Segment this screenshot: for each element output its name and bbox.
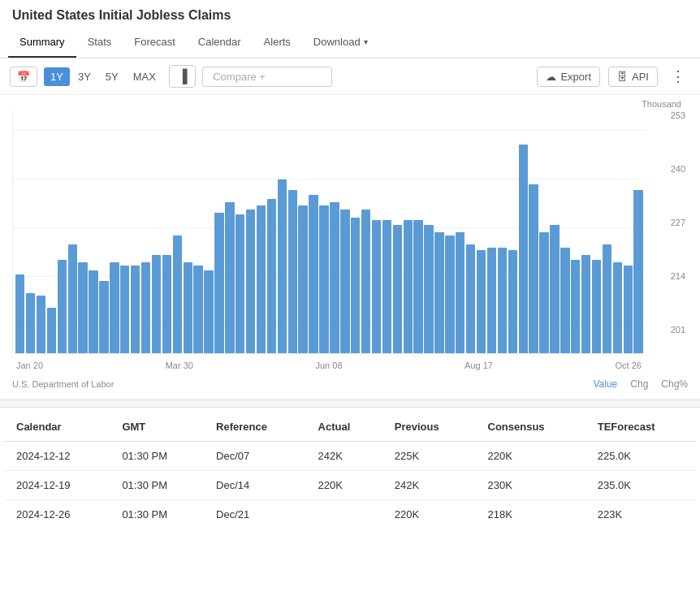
cell-teforecast: 235.0K	[585, 471, 696, 500]
tabs-bar: Summary Stats Forecast Calendar Alerts D…	[0, 28, 700, 58]
toolbar: 📅 1Y 3Y 5Y MAX ▐ Compare + ☁ Export 🗄 AP…	[0, 58, 700, 95]
value-toggle-chg[interactable]: Chg	[630, 378, 648, 390]
bar	[141, 262, 150, 353]
bar	[445, 235, 454, 353]
bar	[184, 262, 192, 353]
bar	[78, 262, 87, 353]
bar	[372, 220, 381, 353]
col-consensus: Consensus	[476, 412, 585, 442]
export-icon: ☁	[546, 71, 556, 83]
cell-consensus: 230K	[476, 471, 585, 500]
bar	[571, 260, 580, 353]
bar	[37, 296, 45, 353]
x-label-aug: Aug 17	[465, 361, 493, 370]
bar	[404, 220, 413, 353]
bar	[257, 205, 266, 353]
bar	[319, 205, 328, 353]
bar	[214, 213, 223, 353]
cell-actual	[306, 500, 382, 529]
bar	[456, 232, 465, 353]
y-label-253: 253	[671, 110, 685, 120]
calendar-button[interactable]: 📅	[10, 67, 37, 87]
bar	[89, 270, 97, 353]
col-teforecast: TEForecast	[585, 412, 696, 442]
cell-previous: 220K	[382, 500, 476, 529]
bar	[508, 250, 517, 353]
more-options-button[interactable]: ⋮	[666, 66, 690, 87]
col-reference: Reference	[204, 412, 305, 442]
bar	[309, 195, 318, 353]
col-previous: Previous	[382, 412, 476, 442]
period-3y-button[interactable]: 3Y	[71, 67, 97, 86]
value-toggle-value[interactable]: Value	[593, 378, 617, 390]
table-row: 2024-12-1901:30 PMDec/14220K242K230K235.…	[4, 471, 696, 500]
cell-previous: 225K	[382, 442, 476, 471]
bar	[487, 248, 496, 353]
cell-gmt: 01:30 PM	[110, 442, 204, 471]
cell-consensus: 220K	[476, 442, 585, 471]
bar	[152, 255, 161, 353]
bar	[351, 218, 360, 353]
bar	[204, 270, 213, 353]
tab-forecast[interactable]: Forecast	[123, 28, 187, 58]
period-1y-button[interactable]: 1Y	[44, 67, 70, 86]
tab-alerts[interactable]: Alerts	[253, 28, 302, 58]
cell-consensus: 218K	[476, 500, 585, 529]
bar	[298, 205, 307, 353]
bar	[47, 308, 56, 353]
bar	[330, 202, 339, 353]
bar	[225, 202, 234, 353]
bar	[193, 266, 202, 353]
table-row: 2024-12-1201:30 PMDec/07242K225K220K225.…	[4, 442, 696, 471]
bar	[288, 190, 297, 353]
bar	[393, 225, 402, 353]
unit-label: Thousand	[12, 99, 688, 109]
period-5y-button[interactable]: 5Y	[99, 67, 125, 86]
y-label-214: 214	[671, 271, 685, 281]
bar	[424, 225, 433, 353]
x-axis: Jan 20 Mar 30 Jun 08 Aug 17 Oct 26	[12, 361, 646, 370]
bar	[58, 260, 67, 353]
source-text: U.S. Department of Labor	[12, 379, 114, 389]
x-label-oct: Oct 26	[616, 361, 642, 370]
cell-calendar: 2024-12-26	[4, 500, 110, 529]
value-toggle: Value Chg Chg%	[593, 378, 688, 390]
cell-actual: 220K	[306, 471, 382, 500]
bar	[278, 179, 287, 353]
cell-reference: Dec/21	[204, 500, 305, 529]
y-label-240: 240	[671, 164, 685, 174]
bar	[15, 274, 24, 353]
chart-area: 253 240 227 214 201 Jan 20 Mar 30 Jun 08…	[12, 110, 688, 354]
bar	[498, 248, 507, 353]
y-label-227: 227	[671, 218, 685, 227]
chart-section: Thousand 253 240 227 214 201 Jan 20 Mar …	[0, 95, 700, 354]
period-max-button[interactable]: MAX	[127, 67, 162, 86]
export-button[interactable]: ☁ Export	[537, 67, 600, 87]
bar	[162, 255, 171, 353]
col-actual: Actual	[306, 412, 382, 442]
tab-download[interactable]: Download ▾	[302, 28, 379, 58]
bar	[26, 293, 35, 353]
col-gmt: GMT	[110, 412, 204, 442]
bar	[131, 266, 140, 353]
page-title: United States Initial Jobless Claims	[0, 0, 700, 28]
bar	[613, 262, 622, 353]
chart-type-button[interactable]: ▐	[169, 65, 196, 88]
api-button[interactable]: 🗄 API	[608, 67, 658, 87]
col-calendar: Calendar	[4, 412, 110, 442]
x-label-mar: Mar 30	[166, 361, 193, 370]
tab-calendar[interactable]: Calendar	[187, 28, 253, 58]
calendar-icon: 📅	[17, 71, 30, 83]
tab-summary[interactable]: Summary	[8, 28, 76, 58]
bar	[413, 220, 422, 353]
tab-stats[interactable]: Stats	[76, 28, 123, 58]
table-row: 2024-12-2601:30 PMDec/21220K218K223K	[4, 500, 696, 529]
value-toggle-chgpct[interactable]: Chg%	[661, 378, 688, 390]
bar	[340, 209, 349, 353]
period-buttons: 1Y 3Y 5Y MAX	[44, 67, 162, 86]
data-table: Calendar GMT Reference Actual Previous C…	[4, 412, 696, 529]
bar	[581, 255, 590, 353]
bar	[529, 184, 538, 353]
bar	[110, 262, 119, 353]
compare-input[interactable]: Compare +	[202, 67, 332, 87]
